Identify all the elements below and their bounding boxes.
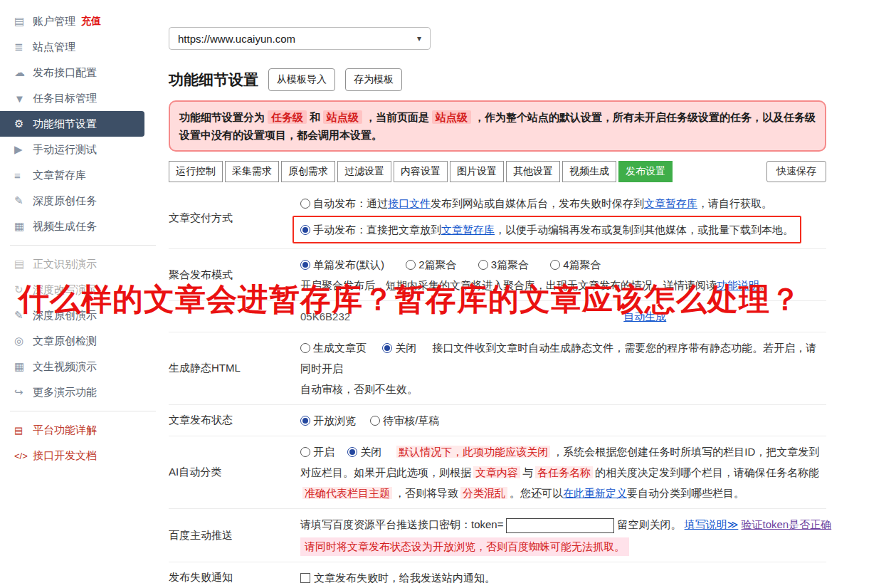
code-icon: </> (14, 451, 33, 461)
radio-auto-publish[interactable] (300, 199, 310, 209)
note-text: 的相关度决定发到哪个栏目，请确保任务名称能 (595, 466, 819, 478)
redefine-link[interactable]: 在此重新定义 (563, 487, 627, 499)
sidebar-item-text-to-video-demo[interactable]: ▦ 文生视频演示 (0, 354, 166, 379)
sidebar-item-task-target[interactable]: ▼ 任务目标管理 (0, 85, 166, 111)
row-label: 百度主动推送 (169, 529, 300, 542)
overlay-question-text: 什么样的文章会进暂存库？暂存库的文章应该怎么处理？ (19, 279, 801, 320)
sidebar-item-label: 视频生成任务 (33, 220, 97, 233)
note-text: 自动审核，否则不生效。 (300, 379, 826, 399)
sites-icon: ≣ (14, 41, 33, 53)
fill-instructions-link[interactable]: 填写说明≫ (685, 518, 739, 530)
sidebar-item-label: 账户管理 (33, 15, 75, 28)
verify-token-link[interactable]: 验证token是否正确 (742, 518, 832, 530)
tab-run-control[interactable]: 运行控制 (169, 161, 223, 182)
setting-row-delivery: 文章交付方式 自动发布：通过接口文件发布到网站或自媒体后台，发布失败时保存到文章… (169, 188, 826, 249)
ai-warning-text: 默认情况下，此项功能应该关闭 (396, 446, 550, 458)
document-icon: ▤ (14, 258, 33, 271)
sidebar-item-publish-interface[interactable]: ☁ 发布接口配置 (0, 60, 166, 85)
radio-manual-publish[interactable] (300, 225, 310, 235)
option-text: 开放浏览 (313, 414, 356, 426)
quick-save-button[interactable]: 快速保存 (766, 161, 826, 182)
aggregate-options: 单篇发布(默认) 2篇聚合 3篇聚合 4篇聚合 (300, 254, 826, 275)
sidebar-item-more-demos[interactable]: ↪ 更多演示功能 (0, 379, 166, 405)
setting-row-ai-classify: AI自动分类 开启 关闭 默认情况下，此项功能应该关闭，系统会根据您创建任务时所… (169, 436, 826, 509)
sidebar-item-body-recognition-demo[interactable]: ▤ 正文识别演示 (0, 251, 166, 277)
site-select[interactable]: https://www.ucaiyun.com ▾ (169, 27, 431, 50)
note-text: ，否则将导致 (394, 487, 458, 499)
sidebar-divider (10, 411, 156, 411)
video-icon: ▦ (14, 360, 33, 373)
row-label: 文章交付方式 (169, 211, 300, 225)
article-storage-link[interactable]: 文章暂存库 (441, 224, 495, 236)
arrow-icon: ↪ (14, 386, 33, 399)
option-text: 关闭 (360, 446, 381, 458)
save-template-button[interactable]: 存为模板 (345, 68, 402, 91)
tab-other[interactable]: 其他设置 (506, 161, 560, 182)
radio-ai-off[interactable] (347, 447, 357, 457)
settings-table: 文章交付方式 自动发布：通过接口文件发布到网站或自媒体后台，发布失败时保存到文章… (169, 188, 826, 588)
notice-text: ，当前页面是 (365, 111, 429, 123)
tab-collect-need[interactable]: 采集需求 (225, 161, 279, 182)
tab-image[interactable]: 图片设置 (450, 161, 504, 182)
radio-3-aggregate[interactable] (478, 260, 488, 270)
note-text: 留空则关闭。 (617, 518, 681, 530)
sidebar-item-originality-check[interactable]: ◎ 文章原创检测 (0, 328, 166, 354)
row-label: 生成静态HTML (169, 362, 300, 375)
notice-text: 功能细节设置分为 (179, 111, 265, 123)
video-icon: ▦ (14, 220, 33, 233)
option-text: 4篇聚合 (563, 258, 601, 271)
cloud-upload-icon: ☁ (14, 66, 33, 79)
site-level-tag: 站点级 (323, 110, 362, 124)
document-icon: ▤ (14, 425, 33, 436)
radio-single-publish[interactable] (300, 260, 310, 270)
storage-icon: ≡ (14, 169, 33, 182)
option-text: 开启 (313, 446, 334, 458)
manual-publish-highlight-box: 手动发布：直接把文章放到文章暂存库，以便手动编辑再发布或复制到其他媒体，或批量下… (292, 216, 801, 243)
tab-content[interactable]: 内容设置 (394, 161, 448, 182)
search-icon: ◎ (14, 335, 33, 347)
sidebar-item-label: 任务目标管理 (33, 92, 97, 105)
import-template-button[interactable]: 从模板导入 (268, 68, 335, 91)
baidu-token-line: 请填写百度资源平台推送接口密钥：token=留空则关闭。 填写说明≫ 验证tok… (300, 514, 831, 535)
radio-4-aggregate[interactable] (550, 260, 560, 270)
setting-row-baidu-push: 百度主动推送 请填写百度资源平台推送接口密钥：token=留空则关闭。 填写说明… (169, 509, 826, 562)
option-text: 待审核/草稿 (383, 414, 439, 426)
sidebar-item-api-docs[interactable]: </> 接口开发文档 (0, 443, 166, 468)
tab-video-gen[interactable]: 视频生成 (562, 161, 616, 182)
sidebar-item-manual-run[interactable]: ▶ 手动运行测试 (0, 137, 166, 162)
sidebar-item-label: 文章暂存库 (33, 169, 86, 182)
radio-static-off[interactable] (382, 343, 392, 353)
sidebar-item-account[interactable]: ▤ 账户管理 充值 (0, 9, 166, 34)
sidebar-item-function-detail[interactable]: ⚙ 功能细节设置 (0, 111, 144, 137)
sidebar-divider (10, 245, 156, 246)
sidebar-item-label: 接口开发文档 (33, 449, 97, 463)
article-storage-link[interactable]: 文章暂存库 (644, 197, 697, 209)
settings-tabs: 运行控制 采集需求 原创需求 过滤设置 内容设置 图片设置 其他设置 视频生成 … (169, 161, 826, 182)
option-text: ，请自行获取。 (697, 197, 772, 209)
radio-open-browse[interactable] (300, 416, 310, 426)
recharge-badge[interactable]: 充值 (81, 15, 101, 28)
radio-2-aggregate[interactable] (406, 260, 416, 270)
sidebar-item-label: 平台功能详解 (33, 424, 97, 437)
radio-pending-draft[interactable] (370, 416, 380, 426)
fail-notify-checkbox[interactable] (300, 573, 310, 583)
sidebar-item-deep-original-task[interactable]: ✎ 深度原创任务 (0, 188, 166, 214)
radio-ai-on[interactable] (300, 447, 310, 457)
option-text: 文章发布失败时，给我发送站内通知。 (314, 572, 495, 584)
note-text: 请填写百度资源平台推送接口密钥：token= (300, 518, 503, 530)
sidebar-item-label: 文生视频演示 (33, 360, 97, 374)
sidebar-item-video-task[interactable]: ▦ 视频生成任务 (0, 214, 166, 239)
sidebar-item-platform-docs[interactable]: ▤ 平台功能详解 (0, 417, 166, 443)
option-text: 发布到网站或自媒体后台，发布失败时保存到 (431, 197, 644, 209)
task-level-tag: 任务级 (268, 110, 307, 124)
baidu-token-input[interactable] (506, 518, 614, 533)
sidebar-item-label: 深度原创任务 (33, 194, 97, 208)
funnel-icon: ▼ (14, 93, 33, 105)
tab-original-need[interactable]: 原创需求 (281, 161, 335, 182)
radio-generate-page[interactable] (300, 343, 310, 353)
sidebar-item-sites[interactable]: ≣ 站点管理 (0, 34, 166, 60)
sidebar-item-article-storage[interactable]: ≡ 文章暂存库 (0, 162, 166, 188)
tab-publish[interactable]: 发布设置 (618, 161, 673, 182)
tab-filter[interactable]: 过滤设置 (337, 161, 391, 182)
interface-file-link[interactable]: 接口文件 (388, 197, 431, 209)
